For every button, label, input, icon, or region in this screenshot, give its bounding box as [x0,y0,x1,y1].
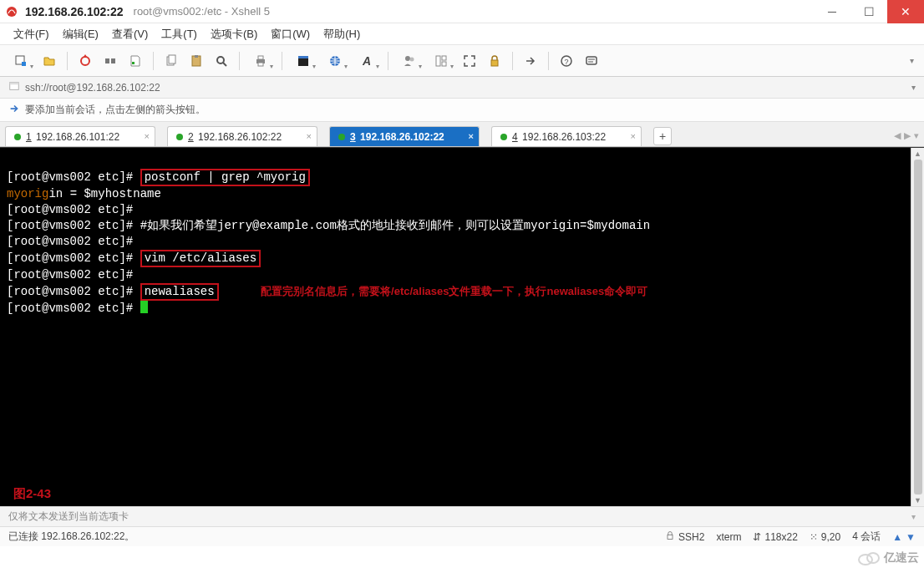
address-url[interactable]: ssh://root@192.168.26.102:22 [25,82,160,94]
scroll-up-icon[interactable]: ▲ [914,150,921,158]
svg-rect-5 [111,58,115,63]
terminal-wrap: [root@vms002 etc]# postconf | grep ^myor… [0,147,924,506]
address-bar: ssh://root@192.168.26.102:22 ▾ [0,77,924,99]
chevron-up-icon[interactable]: ▲ [892,531,902,543]
tab-1[interactable]: 1 192.168.26.101:22 × [5,126,155,146]
search-button[interactable] [211,50,232,72]
prompt: [root@vms002 etc]# [7,219,133,232]
tab-close-icon[interactable]: × [469,131,474,141]
menu-window[interactable]: 窗口(W) [266,25,315,43]
minimize-button[interactable]: ─ [814,0,850,23]
tab-3[interactable]: 3 192.168.26.102:22 × [329,126,480,146]
svg-rect-20 [436,56,440,66]
tab-label: 192.168.26.103:22 [522,131,606,143]
copy-button[interactable] [160,50,182,72]
lock-button[interactable] [484,50,505,72]
reconnect-button[interactable] [74,50,96,72]
history-button[interactable] [581,50,602,72]
menu-edit[interactable]: 编辑(E) [58,25,104,43]
scroll-down-icon[interactable]: ▼ [914,496,921,505]
paste-button[interactable] [185,50,207,72]
help-button[interactable]: ? [556,50,577,72]
titlebar: 192.168.26.102:22 root@vms002:/etc - Xsh… [0,0,924,23]
svg-rect-22 [442,62,446,66]
scroll-thumb[interactable] [914,160,922,494]
menu-view[interactable]: 查看(V) [107,25,153,43]
hint-text: 要添加当前会话，点击左侧的箭头按钮。 [25,103,206,117]
encoding-button[interactable] [321,50,349,72]
fullscreen-button[interactable] [459,50,480,72]
status-term: xterm [716,531,741,543]
tab-number: 3 [350,131,356,143]
chevron-down-icon[interactable]: ▼ [906,531,916,543]
forward-button[interactable] [520,50,541,72]
tab-nav-menu[interactable]: ▾ [914,130,919,141]
menu-help[interactable]: 帮助(H) [318,25,365,43]
tab-4[interactable]: 4 192.168.26.103:22 × [491,126,642,146]
tab-status-dot [14,134,21,140]
figure-label: 图2-43 [13,485,51,501]
svg-point-3 [81,57,89,65]
font-button[interactable]: A [353,50,381,72]
svg-rect-10 [195,55,198,58]
tab-label: 192.168.26.101:22 [36,131,119,143]
tab-add-button[interactable]: + [653,127,672,145]
address-overflow[interactable]: ▾ [911,83,916,92]
status-cursor: ⁙ 9,20 [810,531,840,543]
tab-number: 1 [26,131,32,143]
tab-status-dot [500,134,507,140]
status-nav[interactable]: ▲ ▼ [892,531,916,543]
menu-tool[interactable]: 工具(T) [156,25,202,43]
svg-rect-21 [442,56,446,60]
svg-rect-26 [586,57,597,64]
color-scheme-button[interactable] [289,50,317,72]
svg-point-30 [859,555,872,565]
svg-text:?: ? [564,58,568,66]
tab-number: 4 [512,131,518,143]
status-bar: 已连接 192.168.26.102:22。 SSH2 xterm ⇵ 118x… [0,526,924,546]
menubar: 文件(F) 编辑(E) 查看(V) 工具(T) 选项卡(B) 窗口(W) 帮助(… [0,23,924,45]
hint-arrow-icon[interactable] [8,103,20,117]
tab-nav-next[interactable]: ▶ [904,130,911,141]
svg-rect-2 [22,62,26,66]
toolbar-overflow[interactable]: ▾ [910,56,917,65]
print-button[interactable] [246,50,275,72]
watermark: 亿速云 [857,550,919,566]
output-myorigin-rest: in = $myhostname [48,187,160,200]
menu-file[interactable]: 文件(F) [8,25,54,43]
tab-label: 192.168.26.102:22 [360,131,444,143]
prompt: [root@vms002 etc]# [7,170,133,184]
prompt: [root@vms002 etc]# [7,235,133,248]
status-size: ⇵ 118x22 [753,531,797,543]
layout-button[interactable] [427,50,455,72]
toolbar-separator [153,52,154,70]
terminal-annotation: 配置完别名信息后，需要将/etc/aliases文件重载一下，执行newalia… [261,285,647,297]
users-button[interactable] [395,50,424,72]
app-icon [5,5,18,18]
svg-rect-6 [132,62,135,64]
cursor [140,301,148,313]
terminal[interactable]: [root@vms002 etc]# postconf | grep ^myor… [0,148,911,506]
svg-rect-29 [668,535,673,539]
tab-close-icon[interactable]: × [145,131,150,141]
output-myorigin-hl: myorig [7,187,48,200]
properties-button[interactable] [124,50,146,72]
close-button[interactable]: ✕ [887,0,924,23]
tab-nav-prev[interactable]: ◀ [894,130,901,141]
new-session-button[interactable] [7,50,35,72]
address-icon [8,80,20,94]
send-bar[interactable]: 仅将文本发送到当前选项卡 ▾ [0,506,924,526]
maximize-button[interactable]: ☐ [850,0,887,23]
menu-tab[interactable]: 选项卡(B) [206,25,262,43]
prompt: [root@vms002 etc]# [7,251,133,265]
tab-close-icon[interactable]: × [631,131,636,141]
tab-2[interactable]: 2 192.168.26.102:22 × [167,126,317,146]
send-overflow[interactable]: ▾ [911,512,916,521]
cmd-comment: #如果我们希望jerry@example.com格式的地址接收到邮件，则可以设置… [140,219,650,232]
open-button[interactable] [38,50,60,72]
disconnect-button[interactable] [99,50,121,72]
terminal-scrollbar[interactable]: ▲ ▼ [911,148,924,506]
toolbar-separator [282,52,282,70]
toolbar-separator [388,52,388,70]
tab-close-icon[interactable]: × [307,131,312,141]
